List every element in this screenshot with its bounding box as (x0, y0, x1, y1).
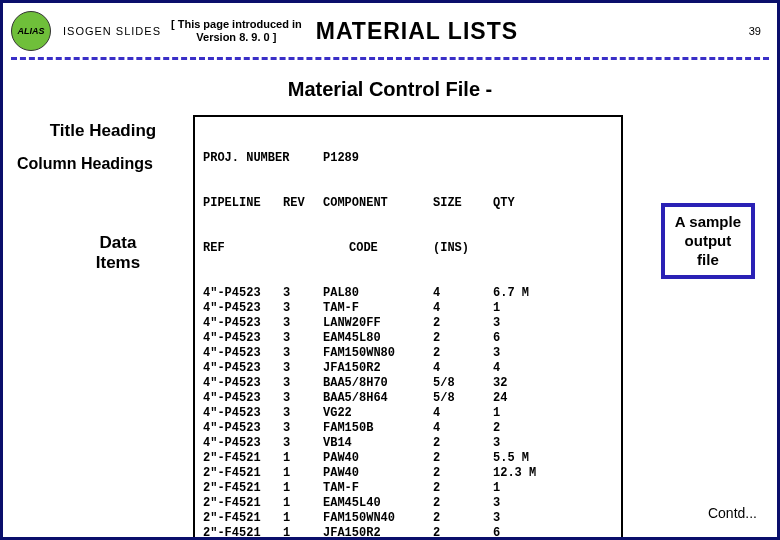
cell-code: JFA150R2 (323, 361, 433, 376)
table-row: 4"-P45233BAA5/8H705/832 (203, 376, 613, 391)
cell-ref: 4"-P4523 (203, 331, 283, 346)
cell-qty: 3 (493, 346, 553, 361)
cell-size: 2 (433, 511, 493, 526)
cell-ref: 4"-P4523 (203, 436, 283, 451)
cell-ref: 4"-P4523 (203, 421, 283, 436)
table-row: 2"-F45211TAM-F21 (203, 481, 613, 496)
cell-rev: 3 (283, 376, 323, 391)
cell-size: 4 (433, 286, 493, 301)
cell-rev: 3 (283, 301, 323, 316)
cell-size: 2 (433, 481, 493, 496)
sample-output-annotation: A sample output file (661, 203, 755, 279)
cell-code: PAW40 (323, 466, 433, 481)
cell-qty: 6 (493, 331, 553, 346)
cell-ref: 2"-F4521 (203, 466, 283, 481)
cell-code: PAW40 (323, 451, 433, 466)
page-number: 39 (749, 25, 761, 37)
cell-ref: 2"-F4521 (203, 526, 283, 540)
table-row: 4"-P45233VG2241 (203, 406, 613, 421)
cell-qty: 3 (493, 436, 553, 451)
cell-size: 2 (433, 451, 493, 466)
cell-qty: 3 (493, 496, 553, 511)
cell-rev: 3 (283, 331, 323, 346)
cell-size: 2 (433, 331, 493, 346)
cell-qty: 24 (493, 391, 553, 406)
table-row: 4"-P45233PAL8046.7 M (203, 286, 613, 301)
cell-code: TAM-F (323, 301, 433, 316)
cell-rev: 1 (283, 496, 323, 511)
cell-code: PAL80 (323, 286, 433, 301)
table-row: 4"-P45233JFA150R244 (203, 361, 613, 376)
cell-code: VG22 (323, 406, 433, 421)
cell-qty: 5.5 M (493, 451, 553, 466)
table-row: 4"-P45233FAM150WN8023 (203, 346, 613, 361)
cell-size: 2 (433, 436, 493, 451)
cell-ref: 4"-P4523 (203, 286, 283, 301)
version-note: [ This page introduced in Version 8. 9. … (171, 18, 302, 44)
header-divider (11, 57, 769, 60)
cell-size: 4 (433, 301, 493, 316)
col-ref: REF (203, 241, 283, 256)
label-column-headings: Column Headings (13, 155, 193, 173)
cell-code: TAM-F (323, 481, 433, 496)
version-line1: [ This page introduced in (171, 18, 302, 31)
content-area: Title Heading Column Headings Data Items… (3, 115, 777, 540)
cell-code: LANW20FF (323, 316, 433, 331)
cell-code: EAM45L40 (323, 496, 433, 511)
version-line2: Version 8. 9. 0 ] (171, 31, 302, 44)
cell-rev: 3 (283, 391, 323, 406)
file-data-rows: 4"-P45233PAL8046.7 M4"-P45233TAM-F414"-P… (203, 286, 613, 540)
table-row: 4"-P45233EAM45L8026 (203, 331, 613, 346)
table-row: 2"-F45211FAM150WN4023 (203, 511, 613, 526)
col-rev: REV (283, 196, 323, 211)
cell-qty: 32 (493, 376, 553, 391)
cell-ref: 2"-F4521 (203, 511, 283, 526)
table-row: 4"-P45233TAM-F41 (203, 301, 613, 316)
isogen-label: ISOGEN SLIDES (63, 25, 161, 37)
cell-code: FAM150WN40 (323, 511, 433, 526)
cell-rev: 3 (283, 361, 323, 376)
file-title-row: PROJ. NUMBER P1289 (203, 151, 613, 166)
cell-rev: 3 (283, 406, 323, 421)
table-row: 2"-F45211PAW4025.5 M (203, 451, 613, 466)
table-row: 2"-F45211EAM45L4023 (203, 496, 613, 511)
proj-number-value: P1289 (323, 151, 359, 166)
cell-ref: 4"-P4523 (203, 346, 283, 361)
cell-code: BAA5/8H64 (323, 391, 433, 406)
cell-qty: 12.3 M (493, 466, 553, 481)
cell-ref: 4"-P4523 (203, 301, 283, 316)
contd-label: Contd... (708, 505, 757, 521)
cell-code: FAM150B (323, 421, 433, 436)
table-row: 4"-P45233VB1423 (203, 436, 613, 451)
cell-rev: 1 (283, 511, 323, 526)
cell-rev: 3 (283, 286, 323, 301)
cell-code: FAM150WN80 (323, 346, 433, 361)
cell-size: 4 (433, 421, 493, 436)
cell-size: 5/8 (433, 376, 493, 391)
cell-ref: 4"-P4523 (203, 376, 283, 391)
cell-size: 2 (433, 496, 493, 511)
cell-code: JFA150R2 (323, 526, 433, 540)
cell-ref: 4"-P4523 (203, 361, 283, 376)
label-data-items: Data Items (13, 233, 193, 273)
col-code: CODE (323, 241, 433, 256)
col-component: COMPONENT (323, 196, 433, 211)
cell-rev: 1 (283, 526, 323, 540)
subtitle: Material Control File - (3, 78, 777, 101)
table-row: 2"-F45211JFA150R226 (203, 526, 613, 540)
cell-code: BAA5/8H70 (323, 376, 433, 391)
proj-number-label: PROJ. NUMBER (203, 151, 323, 166)
cell-rev: 1 (283, 466, 323, 481)
cell-size: 4 (433, 406, 493, 421)
cell-size: 4 (433, 361, 493, 376)
cell-size: 2 (433, 526, 493, 540)
cell-size: 5/8 (433, 391, 493, 406)
cell-rev: 1 (283, 451, 323, 466)
cell-rev: 3 (283, 316, 323, 331)
file-header-row-2: REF CODE (INS) (203, 241, 613, 256)
table-row: 4"-P45233LANW20FF23 (203, 316, 613, 331)
cell-rev: 3 (283, 436, 323, 451)
slide-header: ALIAS ISOGEN SLIDES [ This page introduc… (3, 3, 777, 57)
cell-code: EAM45L80 (323, 331, 433, 346)
cell-ref: 4"-P4523 (203, 391, 283, 406)
